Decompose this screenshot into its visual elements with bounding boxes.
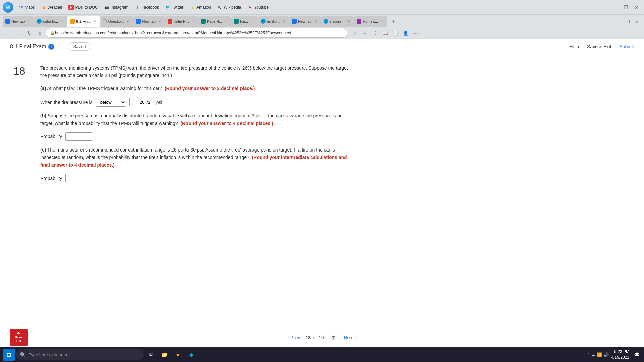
profile-icon[interactable]: 👤: [401, 28, 410, 37]
address-bar[interactable]: 🔒 https://ezto.mheducation.com/ext/map/i…: [46, 28, 347, 38]
bookmark-facebook[interactable]: f Facebook: [132, 3, 162, 11]
extensions-icon[interactable]: ✓: [361, 28, 370, 37]
prev-button[interactable]: ‹ Prev: [287, 335, 300, 340]
ssl-lock-icon: 🔒: [50, 31, 55, 35]
bookmark-youtube[interactable]: ▶ Youtube: [245, 3, 271, 11]
next-button[interactable]: Next ›: [344, 335, 356, 340]
adblock-icon[interactable]: 🛡: [371, 28, 380, 37]
header-actions: Help Save & Exit Submit: [569, 44, 634, 49]
page-content: 8-1 Final Exam i Saved Help Save & Exit …: [0, 39, 644, 347]
collections-icon[interactable]: 📑: [391, 28, 400, 37]
instagram-icon: 📷: [104, 5, 109, 10]
chrome-taskbar-icon[interactable]: ●: [172, 349, 184, 361]
cloud-icon[interactable]: ☁: [591, 352, 595, 357]
part-b-label: (b): [40, 113, 46, 118]
favorites-icon[interactable]: ☆: [351, 28, 360, 37]
restore-button[interactable]: ❐: [621, 3, 631, 12]
tab-7[interactable]: Katie H... ✕: [198, 16, 231, 27]
edge-taskbar-icon[interactable]: ◆: [185, 349, 197, 361]
bookmark-maps[interactable]: 🗺 Maps: [15, 3, 37, 11]
tab-close-all-button[interactable]: ✕: [633, 17, 641, 26]
start-button[interactable]: ⊞: [3, 349, 15, 361]
wikipedia-icon: W: [217, 5, 222, 10]
tab-favicon-4: [103, 19, 107, 23]
grid-view-button[interactable]: ⊞: [329, 333, 338, 342]
exam-title: 8-1 Final Exam i: [10, 44, 54, 50]
window-controls: — ❐ ✕: [610, 3, 641, 12]
tab-6[interactable]: Katie H... ✕: [165, 16, 198, 27]
tab-favicon-12: [357, 19, 361, 24]
tabs-bar: New tab ✕ snhu lo... ✕ 8-1 Fin... ✕ Ques…: [0, 15, 644, 27]
tab-4[interactable]: Questio... ✕: [100, 16, 133, 27]
forward-button[interactable]: →: [13, 28, 23, 38]
bookmark-amazon[interactable]: a Amazon: [187, 3, 214, 11]
tab-8[interactable]: Ka... ✕: [231, 16, 258, 27]
bookmark-pdf[interactable]: P PDF to DOC: [66, 3, 100, 11]
tab-12[interactable]: Homew... ✕: [354, 16, 387, 27]
tab-11[interactable]: z score... ✕: [321, 16, 354, 27]
network-icon[interactable]: 📶: [597, 352, 602, 357]
taskbar-clock[interactable]: 5:23 PM 4/19/2021: [611, 349, 629, 360]
part-a-answer-row: When the tire pressure is below above ps…: [40, 98, 356, 107]
close-button[interactable]: ✕: [632, 3, 641, 12]
bookmarks-list: 🗺 Maps 🌤 Weather P PDF to DOC 📷 Instagra…: [15, 3, 608, 11]
reading-mode-icon[interactable]: 📖: [381, 28, 390, 37]
part-a-suffix-label: psi.: [156, 100, 164, 105]
tab-close-5[interactable]: ✕: [157, 19, 162, 24]
question-body: Tire pressure monitoring systems (TPMS) …: [40, 64, 356, 182]
tab-1[interactable]: New tab ✕: [3, 16, 34, 27]
bookmark-instagram[interactable]: 📷 Instagram: [101, 3, 131, 11]
tab-close-2[interactable]: ✕: [59, 19, 65, 24]
twitter-icon: 🐦: [165, 5, 170, 10]
tab-minimize-button[interactable]: —: [614, 17, 623, 26]
tab-close-7[interactable]: ✕: [223, 19, 229, 24]
tab-3-active[interactable]: 8-1 Fin... ✕: [67, 16, 100, 27]
question-intro-text: Tire pressure monitoring systems (TPMS) …: [40, 64, 356, 79]
part-a-psi-input[interactable]: [129, 98, 153, 106]
part-b-probability-input[interactable]: [65, 132, 92, 141]
tab-9[interactable]: emilio... ✕: [258, 16, 289, 27]
tab-5[interactable]: New tab ✕: [133, 16, 165, 27]
save-exit-link[interactable]: Save & Exit: [587, 44, 611, 49]
settings-icon[interactable]: ⋯: [411, 28, 420, 37]
tab-favicon-8: [234, 19, 239, 24]
tab-2[interactable]: snhu lo... ✕: [34, 16, 67, 27]
help-link[interactable]: Help: [569, 44, 579, 49]
home-button[interactable]: ⌂: [35, 28, 45, 38]
tab-close-11[interactable]: ✕: [346, 19, 351, 24]
reload-button[interactable]: ↻: [24, 28, 34, 38]
tab-close-4[interactable]: ✕: [125, 19, 130, 24]
tab-favicon-11: [324, 19, 328, 24]
minimize-button[interactable]: —: [610, 3, 620, 12]
info-icon[interactable]: i: [48, 44, 54, 50]
browser-logo[interactable]: ⊕: [3, 2, 13, 13]
tab-close-9[interactable]: ✕: [281, 19, 286, 24]
part-c-probability-input[interactable]: [65, 174, 92, 182]
back-button[interactable]: ←: [3, 28, 13, 38]
tab-10[interactable]: New tab ✕: [289, 16, 321, 27]
tab-close-10[interactable]: ✕: [313, 19, 318, 24]
tab-close-1[interactable]: ✕: [26, 19, 32, 24]
part-c-answer-row: Probability: [40, 174, 356, 182]
tab-close-6[interactable]: ✕: [190, 19, 196, 24]
new-tab-button[interactable]: +: [389, 17, 398, 26]
tab-close-8[interactable]: ✕: [250, 19, 256, 24]
tab-restore-button[interactable]: ❐: [623, 17, 632, 26]
system-tray-icons: ^ ☁ 📶 🔊: [588, 352, 609, 357]
task-view-button[interactable]: ⧉: [145, 349, 157, 361]
tab-favicon-10: [292, 19, 297, 24]
file-explorer-button[interactable]: 📁: [158, 349, 170, 361]
bookmark-weather[interactable]: 🌤 Weather: [38, 3, 65, 11]
submit-button[interactable]: Submit: [619, 44, 634, 49]
tab-close-3[interactable]: ✕: [92, 19, 97, 24]
prev-arrow-icon: ‹: [287, 335, 289, 340]
taskbar-search-placeholder: Type here to search: [29, 352, 67, 357]
taskbar-search[interactable]: 🔍 Type here to search: [16, 349, 144, 360]
bookmark-twitter[interactable]: 🐦 Twitter: [162, 3, 186, 11]
volume-icon[interactable]: 🔊: [603, 352, 609, 357]
bookmark-wikipedia[interactable]: W Wikipedia: [214, 3, 244, 11]
notification-button[interactable]: 💬: [632, 350, 641, 359]
chevron-up-icon[interactable]: ^: [588, 352, 590, 357]
tab-close-12[interactable]: ✕: [379, 19, 385, 24]
part-a-dropdown[interactable]: below above: [96, 98, 126, 107]
